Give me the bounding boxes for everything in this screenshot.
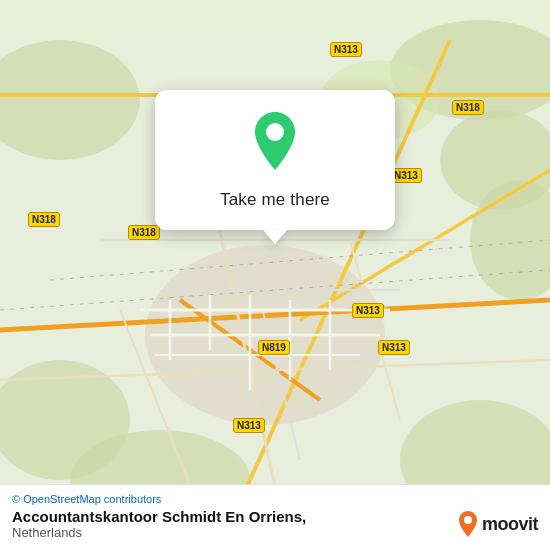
road-badge-n819: N819 xyxy=(258,340,290,355)
location-pin-wrapper xyxy=(249,110,301,176)
moovit-logo: moovit xyxy=(457,510,538,538)
road-badge-n313-1: N313 xyxy=(330,42,362,57)
location-popup: Take me there xyxy=(155,90,395,230)
road-badge-n318-2: N318 xyxy=(28,212,60,227)
road-badge-n318-3: N318 xyxy=(128,225,160,240)
map-container: N313 N318 N313 N318 N318 N313 N819 N313 … xyxy=(0,0,550,550)
attribution-text: © OpenStreetMap contributors xyxy=(12,493,538,505)
svg-point-33 xyxy=(464,516,472,524)
road-badge-n313-3: N313 xyxy=(352,303,384,318)
road-badge-n313-4: N313 xyxy=(378,340,410,355)
svg-point-32 xyxy=(266,123,284,141)
openstreetmap-link[interactable]: © OpenStreetMap contributors xyxy=(12,493,161,505)
road-badge-n318-1: N318 xyxy=(452,100,484,115)
moovit-pin-icon xyxy=(457,510,479,538)
bottom-info-bar: © OpenStreetMap contributors Accountants… xyxy=(0,484,550,550)
moovit-logo-text: moovit xyxy=(482,514,538,535)
road-badge-n313-5: N313 xyxy=(233,418,265,433)
take-me-there-button[interactable]: Take me there xyxy=(212,186,338,214)
location-pin-icon xyxy=(249,110,301,172)
location-subtitle: Netherlands xyxy=(12,525,306,540)
map-background xyxy=(0,0,550,550)
location-title: Accountantskantoor Schmidt En Orriens, xyxy=(12,508,306,525)
